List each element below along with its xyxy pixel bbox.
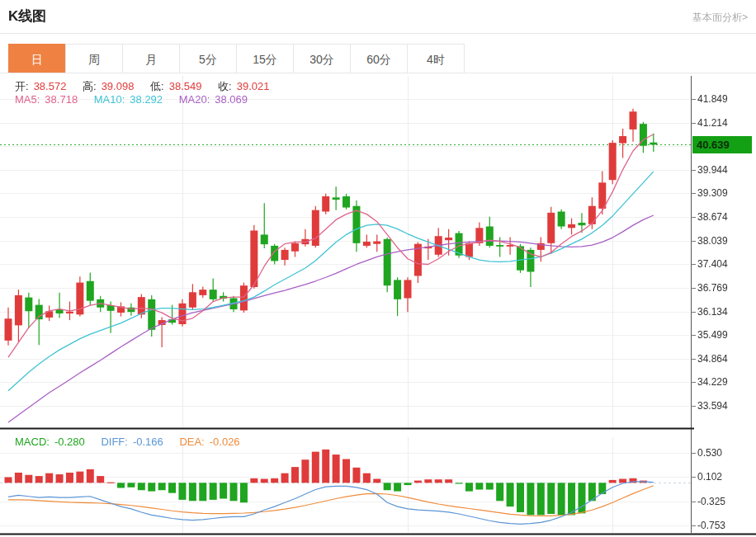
tab-month[interactable]: 月 [122, 44, 180, 73]
diff-label: DIFF: [101, 436, 128, 448]
price-axis-label: 39.309 [697, 187, 728, 199]
price-axis-label: 37.404 [697, 258, 728, 270]
open-label: 开: [15, 80, 29, 92]
price-axis-label: 34.864 [697, 353, 728, 365]
ma20-label: MA20: [179, 93, 210, 106]
tab-week[interactable]: 周 [65, 44, 123, 73]
dea-label: DEA: [179, 436, 204, 448]
macd-axis-label: 0.530 [697, 447, 722, 459]
open-value: 38.572 [34, 80, 67, 92]
price-axis-label: 38.039 [697, 235, 728, 247]
diff-value: -0.166 [133, 436, 163, 448]
page-title: K线图 [8, 7, 46, 26]
ma5-value: 38.718 [45, 93, 78, 106]
ma5-label: MA5: [15, 93, 40, 106]
macd-axis-label: -0.753 [697, 520, 725, 531]
macd-legend: MACD:-0.280 DIFF:-0.166 DEA:-0.026 [15, 436, 245, 448]
tab-bar-underline [0, 73, 756, 73]
low-label: 低: [150, 80, 164, 92]
tab-4hour[interactable]: 4时 [407, 44, 465, 73]
current-price-tag: 40.639 [692, 136, 752, 153]
macd-value: -0.280 [54, 436, 85, 448]
low-value: 38.549 [169, 80, 202, 92]
tab-5min[interactable]: 5分 [179, 44, 237, 73]
tab-day[interactable]: 日 [8, 44, 66, 73]
close-label: 收: [218, 80, 232, 92]
period-tab-bar: 日周月5分15分30分60分4时 [8, 44, 465, 73]
price-axis-label: 41.214 [697, 117, 728, 129]
macd-label: MACD: [15, 436, 50, 448]
tab-15min[interactable]: 15分 [236, 44, 294, 73]
ma20-value: 38.069 [215, 93, 248, 106]
price-axis-label: 35.499 [697, 329, 728, 341]
close-value: 39.021 [237, 80, 270, 92]
ohlc-legend: 开:38.572 高:39.098 低:38.549 收:39.021 [15, 79, 274, 94]
header-divider [0, 33, 756, 34]
ma10-value: 38.292 [130, 93, 163, 106]
tab-60min[interactable]: 60分 [350, 44, 408, 73]
macd-axis-label: 0.102 [697, 471, 722, 483]
price-axis-label: 36.134 [697, 306, 728, 318]
price-axis-label: 38.674 [697, 211, 728, 223]
ma10-label: MA10: [94, 93, 125, 106]
macd-axis-label: -0.325 [697, 496, 725, 507]
price-axis-label: 34.229 [697, 376, 728, 388]
fundamental-analysis-link[interactable]: 基本面分析> [692, 11, 748, 25]
high-value: 39.098 [102, 80, 135, 92]
high-label: 高: [83, 80, 97, 92]
price-axis-label: 41.849 [697, 93, 728, 105]
price-axis-label: 33.594 [697, 400, 728, 412]
price-axis-label: 36.769 [697, 282, 728, 294]
dea-value: -0.026 [210, 436, 240, 448]
tab-30min[interactable]: 30分 [293, 44, 351, 73]
ma-legend: MA5:38.718 MA10:38.292 MA20:38.069 [15, 93, 253, 106]
price-axis-label: 39.944 [697, 164, 728, 176]
